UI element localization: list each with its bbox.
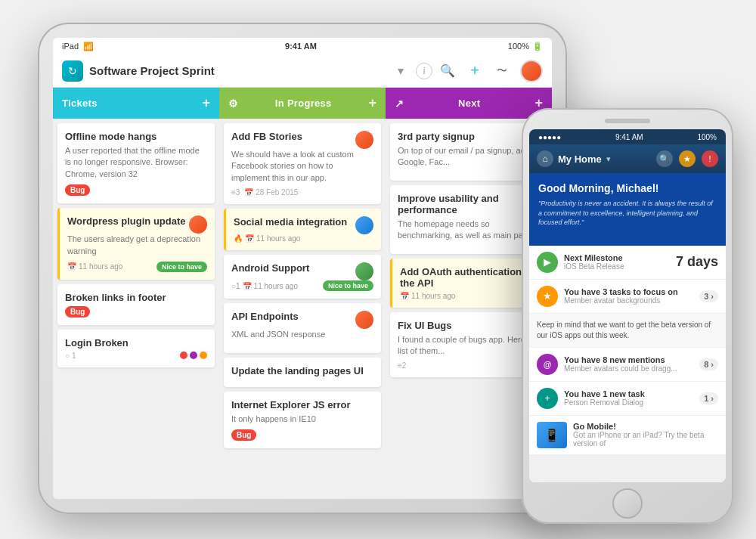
add-button[interactable]: + <box>466 62 484 80</box>
card-comment: ○1 <box>65 352 76 360</box>
card-title: Social media integration <box>234 216 347 228</box>
go-mobile-desc: Got an iPhone or an iPad? Try the beta v… <box>573 431 718 448</box>
task-badge: 1 › <box>699 392 718 404</box>
card-title: Update the landing pages UI <box>231 365 373 376</box>
milestone-content: Next Milestone iOS Beta Release <box>564 253 670 271</box>
tickets-body: Offline mode hangs A user reported that … <box>53 119 219 499</box>
card-footer: Bug <box>65 306 207 318</box>
info-button[interactable]: i <box>416 63 432 79</box>
card-title: Internet Explorer JS error <box>231 399 373 410</box>
card-desc: XML and JSON response <box>231 329 373 340</box>
list-item-info: Keep in mind that we want to get the bet… <box>529 314 726 347</box>
milestone-title: Next Milestone <box>564 253 670 262</box>
notification-icon[interactable]: ! <box>702 150 718 167</box>
card-title: Broken links in footer <box>65 292 207 303</box>
card-footer: Bug <box>231 429 373 441</box>
list-item-mentions[interactable]: @ You have 8 new mentions Member avatars… <box>529 348 726 381</box>
card-android[interactable]: Android Support ○1📅11 hours ago Nice to … <box>224 255 381 299</box>
milestone-subtitle: iOS Beta Release <box>564 262 670 271</box>
tickets-add-btn[interactable]: + <box>202 95 210 111</box>
card-login-broken[interactable]: Login Broken ○1 <box>57 330 215 367</box>
signal-bars: ●●●●● <box>538 133 561 141</box>
iphone-screen: ●●●●● 9:41 AM 100% ⌂ My Home ▾ 🔍 ★ ! <box>529 129 726 482</box>
dot-group <box>180 352 207 359</box>
list-item-tasks[interactable]: ★ You have 3 tasks to focus on Member av… <box>529 280 726 313</box>
card-ie-error[interactable]: Internet Explorer JS error It only happe… <box>224 392 381 448</box>
inprogress-title: In Progress <box>275 98 332 109</box>
settings-icon[interactable]: ⚙ <box>228 98 238 110</box>
user-avatar[interactable] <box>520 60 543 82</box>
new-task-title: You have 1 new task <box>564 389 693 398</box>
new-task-content: You have 1 new task Person Removal Dialo… <box>564 389 693 407</box>
card-offline-mode[interactable]: Offline mode hangs A user reported that … <box>57 123 215 203</box>
card-social-media[interactable]: Social media integration 🔥📅11 hours ago <box>224 209 381 250</box>
card-footer: 🔥📅11 hours ago <box>234 234 373 243</box>
card-desc: A user reported that the offline mode is… <box>65 145 207 180</box>
tasks-title: You have 3 tasks to focus on <box>564 287 693 296</box>
scene: iPad 📶 9:41 AM 100% 🔋 ↻ Software Project… <box>0 0 756 539</box>
ipad-statusbar: iPad 📶 9:41 AM 100% 🔋 <box>53 38 552 54</box>
card-time: 📅11 hours ago <box>400 292 455 300</box>
iphone-nav-right: 🔍 ★ ! <box>656 150 718 167</box>
ipad-label: iPad <box>62 42 79 51</box>
iphone-home-button[interactable] <box>612 488 643 519</box>
iphone-nav-title: My Home <box>558 153 602 165</box>
milestone-icon: ▶ <box>537 252 558 273</box>
ipad-device: iPad 📶 9:41 AM 100% 🔋 ↻ Software Project… <box>38 23 567 514</box>
card-broken-links[interactable]: Broken links in footer Bug <box>57 284 215 325</box>
list-item-new-task[interactable]: + You have 1 new task Person Removal Dia… <box>529 382 726 415</box>
pulse-button[interactable]: 〜 <box>493 62 511 80</box>
next-title: Next <box>458 98 480 109</box>
card-fb-stories[interactable]: Add FB Stories We should have a look at … <box>224 123 381 204</box>
card-footer: 📅11 hours ago Nice to have <box>67 262 207 272</box>
card-footer: ○1 <box>65 352 207 360</box>
card-desc: The users already get a deprecation warn… <box>67 234 207 257</box>
ipad-time: 9:41 AM <box>285 42 317 51</box>
battery-label: 100% <box>508 42 529 51</box>
tasks-subtitle: Member avatar backgrounds <box>564 296 693 305</box>
inprogress-header: ⚙ In Progress + <box>219 88 386 119</box>
card-avatar <box>355 131 373 149</box>
list-item-milestone[interactable]: ▶ Next Milestone iOS Beta Release 7 days <box>529 246 726 279</box>
inprogress-add-btn[interactable]: + <box>368 95 376 111</box>
card-desc: It only happens in IE10 <box>231 414 373 425</box>
iphone-navbar: ⌂ My Home ▾ 🔍 ★ ! <box>529 144 726 173</box>
card-time: ○1📅11 hours ago <box>231 282 298 290</box>
iphone-statusbar: ●●●●● 9:41 AM 100% <box>529 129 726 144</box>
app-title: Software Project Sprint <box>89 64 392 77</box>
card-desc: On top of our email / pa signup, add Goo… <box>398 145 540 169</box>
card-desc: I found a couple of bugs app. Here's a l… <box>398 334 540 358</box>
card-wordpress[interactable]: Wordpress plugin update The users alread… <box>57 208 215 280</box>
card-avatar <box>189 215 207 234</box>
tickets-title: Tickets <box>62 98 98 109</box>
star-icon[interactable]: ★ <box>679 150 696 167</box>
card-avatar <box>355 311 373 329</box>
home-icon[interactable]: ⌂ <box>537 150 553 167</box>
nav-icons: 🔍 + 〜 <box>438 60 543 82</box>
search-icon[interactable]: 🔍 <box>656 150 673 167</box>
iphone-nav-dropdown[interactable]: ▾ <box>606 154 611 164</box>
card-footer: ○1📅11 hours ago Nice to have <box>231 280 373 291</box>
ipad-navbar: ↻ Software Project Sprint ▾ i 🔍 + 〜 <box>53 54 552 88</box>
card-landing-pages[interactable]: Update the landing pages UI <box>224 358 381 387</box>
tasks-content: You have 3 tasks to focus on Member avat… <box>564 287 693 305</box>
card-title: Add FB Stories <box>231 131 302 142</box>
bug-badge: Bug <box>231 429 256 441</box>
share-icon: ↗ <box>395 98 404 110</box>
search-button[interactable]: 🔍 <box>438 62 457 80</box>
nice-badge: Nice to have <box>323 280 373 291</box>
mentions-subtitle: Member avatars could be dragg... <box>564 364 693 373</box>
milestone-value: 7 days <box>676 254 718 270</box>
hero-greeting: Good Morning, Michael! <box>538 182 717 194</box>
tickets-header: Tickets + <box>53 88 219 119</box>
mentions-badge: 8 › <box>699 358 718 370</box>
card-api-endpoints[interactable]: API Endpoints XML and JSON response <box>224 303 381 352</box>
card-title: Offline mode hangs <box>65 131 207 142</box>
dropdown-arrow[interactable]: ▾ <box>398 64 404 78</box>
list-item-go-mobile[interactable]: 📱 Go Mobile! Got an iPhone or an iPad? T… <box>529 416 726 454</box>
card-title: Android Support <box>231 262 309 274</box>
next-header: ↗ Next + <box>386 88 552 119</box>
ipad-screen: iPad 📶 9:41 AM 100% 🔋 ↻ Software Project… <box>53 38 552 499</box>
card-desc: The homepage needs so benchmarking, as w… <box>398 218 540 242</box>
card-avatar <box>355 216 373 234</box>
